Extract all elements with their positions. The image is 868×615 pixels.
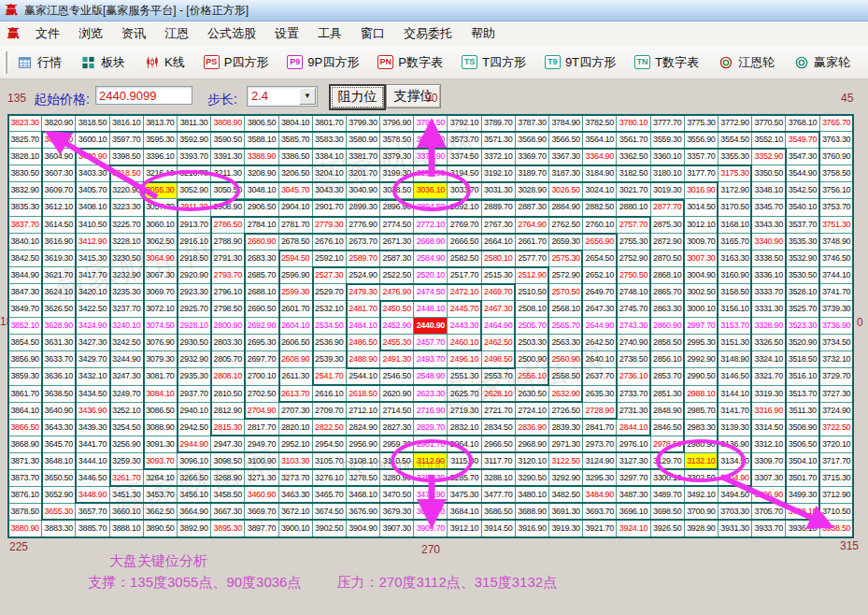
grid-cell: 2767.30 — [482, 217, 516, 234]
grid-cell: 3801.70 — [313, 115, 347, 132]
grid-cell: 2805.70 — [211, 351, 245, 368]
grid-cell: 3026.50 — [549, 182, 583, 199]
grid-cell: 2625.70 — [448, 386, 481, 403]
menu-item-资讯[interactable]: 资讯 — [112, 21, 155, 46]
grid-cell: 2520.10 — [414, 267, 448, 284]
step-combobox[interactable]: 2.4 ▼ — [247, 86, 318, 107]
grid-cell: 2995.30 — [685, 335, 719, 351]
grid-cell: 3273.70 — [279, 470, 313, 487]
grid-cell: 3655.30 — [42, 504, 76, 521]
grid-cell: 3523.30 — [786, 318, 819, 335]
grid-cell: 3165.70 — [719, 234, 752, 250]
menu-item-设置[interactable]: 设置 — [265, 21, 308, 46]
grid-cell: 2728.90 — [583, 403, 617, 420]
menu-bar: 赢 文件浏览资讯江恩公式选股设置工具窗口交易委托帮助 — [0, 21, 868, 47]
grid-cell: 3244.90 — [110, 351, 144, 368]
grid-cell: 3907.30 — [380, 521, 414, 537]
grid-cell: 3926.50 — [651, 521, 685, 537]
price-grid: 3823.303820.903818.503816.103813.703811.… — [8, 115, 854, 537]
grid-cell: 3604.90 — [42, 149, 76, 165]
menu-item-窗口[interactable]: 窗口 — [351, 21, 394, 46]
toolbar-item-label: P数字表 — [398, 54, 443, 71]
grid-cell: 2455.30 — [380, 335, 414, 351]
grid-cell: 3741.70 — [820, 284, 854, 301]
grid-cell: 2685.70 — [245, 267, 278, 284]
toolbar-item-板块[interactable]: 板块 — [71, 54, 135, 71]
grid-cell: 3648.10 — [42, 453, 76, 470]
toolbar-item-赢家轮[interactable]: 赢家轮 — [784, 54, 860, 71]
grid-cell: 3919.30 — [549, 521, 583, 537]
grid-cell: 2604.10 — [279, 318, 313, 335]
toolbar-item-T数字表[interactable]: TNT数字表 — [625, 54, 708, 71]
grid-cell: 2524.90 — [347, 267, 380, 284]
grid-cell: 2472.10 — [448, 284, 481, 301]
grid-cell: 3777.70 — [651, 115, 685, 132]
menu-item-文件[interactable]: 文件 — [26, 21, 69, 46]
toolbar-item-T四方形[interactable]: TST四方形 — [452, 54, 535, 71]
menu-item-帮助[interactable]: 帮助 — [462, 21, 505, 46]
grid-cell: 3177.70 — [685, 165, 719, 182]
grid-cell: 3650.50 — [42, 470, 76, 487]
grid-cell: 2791.30 — [211, 250, 245, 267]
toolbar-item-9P四方形[interactable]: P99P四方形 — [277, 54, 368, 71]
grid-cell: 3396.10 — [144, 149, 178, 165]
resistance-button[interactable]: 阻力位 — [329, 84, 386, 110]
toolbar-item-P数字表[interactable]: PNP数字表 — [368, 54, 452, 71]
angle-label-225: 225 — [9, 540, 28, 553]
grid-cell: 2966.50 — [482, 436, 516, 453]
grid-cell: 3763.30 — [820, 132, 854, 149]
toolbar-item-江恩轮[interactable]: 江恩轮 — [708, 54, 784, 71]
grid-cell: 3909.70 — [414, 521, 448, 537]
grid-cell: 2630.50 — [516, 386, 549, 403]
grid-cell: 3688.90 — [516, 504, 549, 521]
toolbar-item-9T四方形[interactable]: T99T四方形 — [535, 54, 625, 71]
grid-cell: 3626.50 — [42, 301, 76, 318]
grid-cell: 3684.10 — [448, 504, 481, 521]
combo-dropdown-arrow-icon[interactable]: ▼ — [299, 88, 316, 105]
grid-cell: 2952.10 — [279, 436, 313, 453]
menu-item-交易委托[interactable]: 交易委托 — [394, 21, 462, 46]
start-price-input[interactable] — [95, 86, 192, 105]
grid-cell: 3146.50 — [719, 368, 752, 385]
grid-cell: 2548.90 — [414, 368, 448, 385]
grid-cell: 2721.70 — [482, 403, 516, 420]
grid-cell: 2716.90 — [414, 403, 448, 420]
toolbar-item-label: T数字表 — [655, 54, 699, 71]
grid-cell: 3633.70 — [42, 351, 76, 368]
toolbar-item-K线[interactable]: K线 — [135, 54, 194, 71]
grid-cell: 2932.90 — [178, 351, 211, 368]
toolbar-item-行情[interactable]: 行情 — [7, 54, 71, 71]
grid-cell: 3362.50 — [617, 149, 650, 165]
grid-cell: 3849.70 — [8, 301, 42, 318]
app-logo-icon: 赢 — [6, 3, 18, 18]
menu-item-工具[interactable]: 工具 — [308, 21, 351, 46]
menu-item-浏览[interactable]: 浏览 — [69, 21, 112, 46]
grid-cell: 2863.30 — [651, 301, 685, 318]
grid-cell: 3182.50 — [617, 165, 650, 182]
menu-item-公式选股[interactable]: 公式选股 — [198, 21, 265, 46]
grid-cell: 3194.50 — [448, 165, 481, 182]
grid-cell: 2853.70 — [651, 368, 685, 385]
grid-cell: 3482.50 — [549, 487, 583, 504]
grid-cell: 3717.70 — [820, 453, 854, 470]
menu-item-江恩[interactable]: 江恩 — [155, 21, 198, 46]
grid-cell: 3108.10 — [347, 453, 380, 470]
grid-cell: 3480.10 — [516, 487, 549, 504]
grid-cell: 2908.90 — [211, 199, 245, 216]
grid-cell: 2911.30 — [178, 199, 211, 216]
grid-cell: 3168.10 — [719, 217, 752, 234]
toolbar-item-六角形[interactable]: 六角形 — [860, 54, 868, 71]
window-title: 赢家江恩专业版[赢家服务平台] - [价格正方形] — [24, 0, 249, 21]
grid-cell: 3494.50 — [719, 487, 752, 504]
grid-cell: 2764.90 — [516, 217, 549, 234]
grid-cell: 3232.90 — [110, 267, 144, 284]
grid-cell: 3528.10 — [786, 284, 819, 301]
toolbar-item-P四方形[interactable]: PSP四方形 — [194, 54, 278, 71]
grid-cell: 2553.70 — [482, 368, 516, 385]
toolbar-item-label: 9P四方形 — [307, 54, 359, 71]
grid-cell: 2990.50 — [685, 368, 719, 385]
grid-cell: 3816.10 — [110, 115, 144, 132]
grid-cell: 2539.30 — [313, 351, 347, 368]
grid-cell: 3088.90 — [144, 420, 178, 436]
grid-cell: 3607.30 — [42, 165, 76, 182]
